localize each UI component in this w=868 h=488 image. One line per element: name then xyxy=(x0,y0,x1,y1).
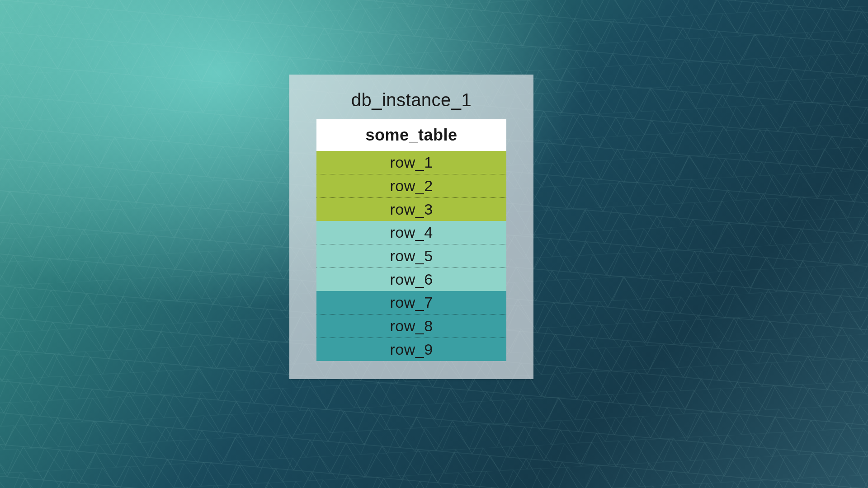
table-row: row_9 xyxy=(316,338,506,361)
table-row: row_3 xyxy=(316,198,506,221)
table-row: row_6 xyxy=(316,268,506,291)
database-table: some_table row_1 row_2 row_3 row_4 row_5… xyxy=(316,119,506,361)
table-row: row_8 xyxy=(316,314,506,338)
table-row: row_1 xyxy=(316,151,506,174)
table-row: row_2 xyxy=(316,174,506,198)
database-instance-title: db_instance_1 xyxy=(316,84,506,119)
table-name-header: some_table xyxy=(316,119,506,151)
table-row: row_5 xyxy=(316,244,506,268)
table-row: row_4 xyxy=(316,221,506,244)
database-instance-card: db_instance_1 some_table row_1 row_2 row… xyxy=(289,75,533,379)
table-row: row_7 xyxy=(316,291,506,314)
